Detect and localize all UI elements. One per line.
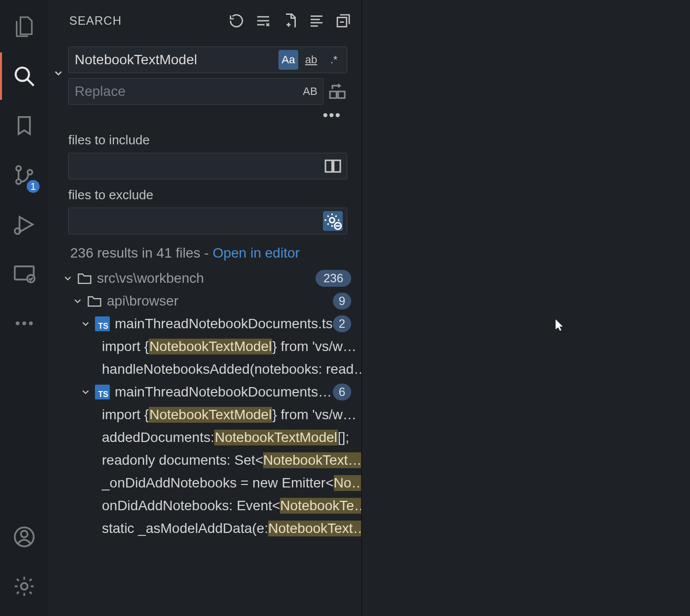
view-as-tree-button[interactable] (309, 13, 324, 29)
open-in-editor-link[interactable]: Open in editor (213, 245, 300, 261)
debug-icon (13, 213, 36, 236)
folder-icon (77, 272, 92, 285)
remote-icon (13, 263, 36, 285)
results-summary: 236 results in 41 files - Open in editor (48, 234, 361, 267)
replace-input[interactable] (75, 84, 300, 99)
tree-folder-row[interactable]: api\browser 9 (48, 290, 361, 312)
activity-more[interactable] (0, 308, 48, 338)
search-match-row[interactable]: import { NotebookTextModel } from 'vs/w… (48, 403, 361, 426)
mouse-cursor (555, 319, 564, 336)
files-include-label: files to include (68, 132, 347, 148)
folder-path: src\vs\workbench (97, 270, 204, 286)
activity-run-debug[interactable] (0, 210, 48, 239)
svg-rect-27 (330, 91, 336, 98)
tree-folder-row[interactable]: src\vs\workbench 236 (48, 267, 361, 290)
new-file-icon (282, 13, 298, 29)
regex-toggle[interactable]: .* (324, 50, 344, 70)
search-in-open-editors-toggle[interactable] (323, 156, 343, 176)
collapse-all-button[interactable] (335, 13, 351, 29)
folder-icon (87, 295, 102, 308)
panel-header: SEARCH (48, 9, 361, 33)
activity-source-control[interactable]: 1 (0, 160, 48, 190)
activity-explorer[interactable] (0, 12, 48, 42)
count-badge: 9 (333, 293, 351, 309)
count-badge: 236 (316, 270, 351, 287)
svg-point-4 (28, 170, 33, 175)
files-exclude-wrap (68, 208, 347, 234)
chevron-down-icon (80, 387, 91, 397)
preserve-case-toggle[interactable]: AB (300, 82, 320, 101)
svg-point-12 (21, 531, 27, 537)
svg-point-30 (329, 218, 334, 222)
search-match-row[interactable]: addedDocuments: NotebookTextModel[]; (48, 426, 361, 449)
search-match-row[interactable]: static _asModelAddData(e: NotebookText… (48, 517, 361, 540)
search-panel: SEARCH Aa (48, 0, 362, 616)
clear-results-button[interactable] (255, 13, 271, 29)
panel-actions (229, 13, 351, 29)
files-icon (13, 15, 36, 38)
scm-badge: 1 (27, 180, 40, 193)
count-badge: 6 (333, 384, 351, 400)
count-badge: 2 (333, 315, 351, 332)
chevron-down-icon (62, 273, 73, 284)
folder-path: api\browser (107, 293, 179, 308)
search-match-row[interactable]: import { NotebookTextModel } from 'vs/w… (48, 335, 361, 358)
refresh-icon (229, 13, 244, 29)
activity-settings[interactable] (0, 572, 48, 601)
activity-accounts[interactable] (0, 522, 48, 552)
ellipsis-icon (13, 312, 36, 335)
refresh-button[interactable] (229, 13, 244, 29)
typescript-file-icon: TS (95, 316, 110, 331)
chevron-down-icon (52, 67, 64, 79)
book-icon (323, 156, 343, 176)
results-tree: src\vs\workbench 236 api\browser 9 TS ma… (48, 267, 361, 616)
list-icon (309, 13, 324, 29)
search-icon (13, 65, 36, 88)
search-input[interactable] (75, 52, 278, 68)
chevron-down-icon (72, 296, 83, 307)
use-exclude-settings-toggle[interactable] (323, 211, 343, 231)
svg-point-2 (16, 166, 21, 171)
search-match-row[interactable]: onDidAddNotebooks: Event<NotebookTe… (48, 494, 361, 517)
search-match-row[interactable]: handleNotebooksAdded(notebooks: read… (48, 358, 361, 381)
svg-point-10 (29, 321, 33, 325)
replace-input-wrap: AB (68, 78, 323, 105)
results-count-text: 236 results in 41 files - (70, 245, 213, 261)
activity-bar: 1 (0, 0, 48, 616)
activity-search[interactable] (0, 61, 48, 91)
tree-file-row[interactable]: TS mainThreadNotebookDocuments… 6 (48, 381, 361, 403)
replace-all-button[interactable] (327, 80, 347, 103)
replace-all-icon (327, 82, 347, 101)
collapse-icon (335, 13, 351, 29)
svg-point-8 (16, 321, 20, 325)
search-match-row[interactable]: readonly documents: Set<NotebookText… (48, 449, 361, 472)
file-name: mainThreadNotebookDocuments… (115, 384, 333, 400)
svg-point-0 (16, 68, 29, 81)
bookmark-icon (13, 114, 36, 137)
account-icon (13, 526, 36, 548)
svg-rect-28 (338, 91, 345, 98)
toggle-search-details[interactable]: ••• (319, 110, 345, 125)
activity-bookmarks[interactable] (0, 111, 48, 140)
editor-area (362, 0, 690, 616)
gear-exclude-icon (323, 211, 343, 231)
chevron-down-icon (80, 318, 91, 329)
new-search-editor-button[interactable] (282, 13, 298, 29)
svg-line-1 (27, 79, 34, 86)
clear-icon (255, 13, 271, 29)
file-name: mainThreadNotebookDocuments.ts (115, 316, 333, 332)
search-match-row[interactable]: _onDidAddNotebooks = new Emitter<No… (48, 472, 361, 494)
match-word-toggle[interactable]: ab (301, 50, 321, 70)
files-include-wrap (68, 153, 347, 179)
svg-point-3 (16, 179, 21, 184)
search-input-wrap: Aa ab .* (68, 46, 347, 73)
match-case-toggle[interactable]: Aa (278, 50, 298, 70)
toggle-replace-button[interactable] (48, 46, 68, 234)
tree-file-row[interactable]: TS mainThreadNotebookDocuments.ts 2 (48, 312, 361, 335)
svg-point-13 (21, 583, 27, 589)
gear-icon (13, 575, 36, 598)
activity-remote[interactable] (0, 259, 48, 289)
panel-title: SEARCH (69, 14, 229, 28)
files-exclude-input[interactable] (75, 213, 323, 229)
files-include-input[interactable] (75, 158, 323, 174)
